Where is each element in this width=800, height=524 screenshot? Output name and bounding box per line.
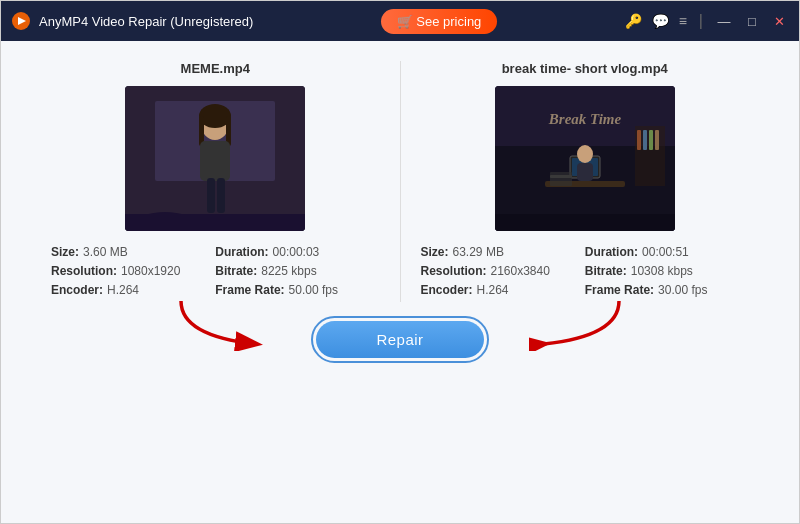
right-framerate-label: Frame Rate:	[585, 283, 654, 297]
svg-rect-27	[649, 130, 653, 150]
right-duration-value: 00:00:51	[642, 245, 689, 259]
repair-button-wrapper: Repair	[311, 316, 488, 363]
right-video-panel: break time- short vlog.mp4 Break Time	[401, 61, 770, 302]
right-framerate-value: 30.00 fps	[658, 283, 707, 297]
right-bitrate-label: Bitrate:	[585, 264, 627, 278]
titlebar-center: 🛒 See pricing	[381, 9, 498, 34]
repair-button[interactable]: Repair	[316, 321, 483, 358]
app-logo-icon	[11, 11, 31, 31]
svg-rect-9	[207, 178, 215, 213]
left-video-thumbnail	[125, 86, 305, 231]
left-arrow-icon	[171, 296, 271, 355]
left-video-title: MEME.mp4	[181, 61, 250, 76]
svg-rect-26	[643, 130, 647, 150]
svg-rect-13	[125, 214, 305, 231]
right-video-title: break time- short vlog.mp4	[502, 61, 668, 76]
right-video-metadata: Size: 63.29 MB Duration: 00:00:51 Resolu…	[421, 245, 750, 302]
close-button[interactable]: ✕	[771, 14, 789, 29]
repair-area: Repair	[31, 316, 769, 363]
right-duration-label: Duration:	[585, 245, 638, 259]
left-video-panel: MEME.mp4	[31, 61, 401, 302]
svg-rect-25	[637, 130, 641, 150]
left-framerate-label: Frame Rate:	[215, 283, 284, 297]
left-video-metadata: Size: 3.60 MB Duration: 00:00:03 Resolut…	[51, 245, 380, 302]
left-bitrate-label: Bitrate:	[215, 264, 257, 278]
svg-point-20	[577, 145, 593, 163]
svg-rect-8	[200, 141, 230, 181]
left-duration-value: 00:00:03	[273, 245, 320, 259]
left-resolution-value: 1080x1920	[121, 264, 180, 278]
right-bitrate-value: 10308 kbps	[631, 264, 693, 278]
left-size-label: Size:	[51, 245, 79, 259]
chat-icon[interactable]: 💬	[652, 13, 669, 29]
right-video-thumbnail: Break Time	[495, 86, 675, 231]
svg-rect-23	[550, 172, 572, 186]
see-pricing-button[interactable]: 🛒 See pricing	[381, 9, 498, 34]
right-size-label: Size:	[421, 245, 449, 259]
left-resolution-label: Resolution:	[51, 264, 117, 278]
maximize-button[interactable]: □	[743, 14, 761, 29]
right-arrow-icon	[529, 296, 629, 355]
titlebar-controls: 🔑 💬 ≡ | — □ ✕	[625, 12, 789, 30]
left-encoder-label: Encoder:	[51, 283, 103, 297]
left-encoder-value: H.264	[107, 283, 139, 297]
right-size-value: 63.29 MB	[453, 245, 504, 259]
titlebar-left: AnyMP4 Video Repair (Unregistered)	[11, 11, 253, 31]
left-framerate-value: 50.00 fps	[289, 283, 338, 297]
titlebar: AnyMP4 Video Repair (Unregistered) 🛒 See…	[1, 1, 799, 41]
minimize-button[interactable]: —	[715, 14, 733, 29]
right-encoder-label: Encoder:	[421, 283, 473, 297]
svg-rect-28	[655, 130, 659, 150]
left-duration-label: Duration:	[215, 245, 268, 259]
svg-text:Break Time: Break Time	[548, 111, 622, 127]
main-content: MEME.mp4	[1, 41, 799, 524]
right-resolution-label: Resolution:	[421, 264, 487, 278]
svg-rect-10	[217, 178, 225, 213]
right-encoder-value: H.264	[477, 283, 509, 297]
svg-rect-21	[577, 163, 593, 181]
right-resolution-value: 2160x3840	[491, 264, 550, 278]
key-icon[interactable]: 🔑	[625, 13, 642, 29]
left-size-value: 3.60 MB	[83, 245, 128, 259]
menu-icon[interactable]: ≡	[679, 13, 687, 29]
videos-row: MEME.mp4	[31, 61, 769, 302]
svg-rect-29	[495, 214, 675, 231]
app-title: AnyMP4 Video Repair (Unregistered)	[39, 14, 253, 29]
left-bitrate-value: 8225 kbps	[261, 264, 316, 278]
